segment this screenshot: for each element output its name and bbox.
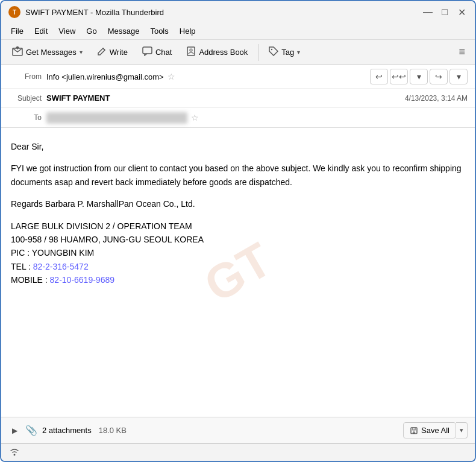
- chat-icon: [142, 46, 152, 59]
- menu-bar: File Edit View Go Message Tools Help: [1, 23, 475, 40]
- menu-go[interactable]: Go: [81, 24, 101, 38]
- get-messages-label: Get Messages: [26, 48, 77, 57]
- menu-edit[interactable]: Edit: [30, 24, 52, 38]
- attachment-bar: ▶ 📎 2 attachments 18.0 KB Save All ▾: [1, 417, 475, 443]
- svg-point-11: [14, 454, 16, 456]
- menu-file[interactable]: File: [6, 24, 28, 38]
- wifi-icon: [8, 446, 20, 458]
- save-all-dropdown-button[interactable]: ▾: [456, 422, 468, 438]
- menu-tools[interactable]: Tools: [145, 24, 173, 38]
- email-body-text: Dear Sir, FYI we got instruction from ou…: [11, 140, 465, 287]
- window-title: SWIFT PAYMENT - Mozilla Thunderbird: [25, 8, 164, 17]
- from-address: Info <julien.wirenius@gmail.com>: [46, 72, 164, 81]
- from-star-icon[interactable]: ☆: [168, 72, 175, 81]
- application-window: T SWIFT PAYMENT - Mozilla Thunderbird — …: [0, 0, 476, 462]
- hamburger-menu-button[interactable]: ≡: [454, 43, 470, 62]
- reply-button[interactable]: ↩: [370, 69, 388, 84]
- save-icon: [410, 426, 418, 435]
- subject-value: SWIFT PAYMENT: [46, 93, 405, 103]
- attachment-count: 2 attachments: [42, 426, 92, 435]
- menu-view[interactable]: View: [54, 24, 80, 38]
- regards-line1: Regards Barbara P. MarshallPan Ocean Co.…: [11, 197, 465, 210]
- close-button[interactable]: ✕: [456, 6, 468, 18]
- menu-help[interactable]: Help: [175, 24, 201, 38]
- svg-point-8: [271, 48, 272, 49]
- expand-actions-button[interactable]: ▾: [410, 69, 428, 84]
- greeting: Dear Sir,: [11, 140, 465, 153]
- maximize-button[interactable]: □: [439, 6, 451, 18]
- minimize-button[interactable]: —: [422, 6, 434, 18]
- to-label: To: [8, 113, 42, 122]
- regards-line3: 100-958 / 98 HUAMRO, JUNG-GU SEOUL KOREA: [11, 233, 465, 246]
- address-book-icon: [186, 46, 196, 59]
- tag-dropdown-icon: ▾: [297, 49, 300, 55]
- forward-button[interactable]: ↪: [430, 69, 448, 84]
- from-label: From: [8, 72, 42, 81]
- email-body: GT Dear Sir, FYI we got instruction from…: [1, 128, 475, 417]
- app-icon: T: [8, 6, 20, 18]
- svg-text:T: T: [13, 9, 16, 16]
- mobile-label: MOBILE :: [11, 275, 50, 285]
- chat-button[interactable]: Chat: [136, 43, 178, 62]
- svg-rect-5: [143, 47, 152, 54]
- attachment-expand-button[interactable]: ▶: [8, 425, 20, 437]
- window-controls: — □ ✕: [422, 6, 468, 18]
- body-paragraph: FYI we got instruction from our client t…: [11, 162, 465, 189]
- save-all-label: Save All: [421, 426, 449, 435]
- tag-icon: [269, 46, 278, 59]
- attachment-left: ▶ 📎 2 attachments 18.0 KB: [8, 425, 127, 437]
- attachment-size: 18.0 KB: [99, 426, 127, 435]
- tag-label: Tag: [281, 48, 294, 57]
- tel-line: TEL : 82-2-316-5472: [11, 260, 465, 273]
- chat-label: Chat: [155, 48, 172, 57]
- reply-all-button[interactable]: ↩↩: [390, 69, 408, 84]
- to-value: julien.wirenius@example.com ☆: [46, 112, 468, 124]
- from-row: From Info <julien.wirenius@gmail.com> ☆ …: [1, 65, 475, 89]
- regards-line4: PIC : YOUNGBIN KIM: [11, 246, 465, 259]
- svg-point-7: [190, 49, 192, 51]
- write-icon: [97, 46, 107, 59]
- from-value: Info <julien.wirenius@gmail.com> ☆: [46, 72, 370, 81]
- regards-line2: LARGE BULK DIVISION 2 / OPERATION TEAM: [11, 220, 465, 233]
- email-date: 4/13/2023, 3:14 AM: [405, 94, 468, 103]
- save-all-button[interactable]: Save All: [403, 422, 456, 438]
- title-bar: T SWIFT PAYMENT - Mozilla Thunderbird — …: [1, 1, 475, 23]
- title-bar-left: T SWIFT PAYMENT - Mozilla Thunderbird: [8, 6, 164, 18]
- tel-link[interactable]: 82-2-316-5472: [33, 262, 89, 271]
- email-actions: ↩ ↩↩ ▾ ↪ ▾: [370, 69, 468, 84]
- attachment-icon: 📎: [25, 425, 37, 436]
- get-messages-dropdown-icon: ▾: [80, 49, 83, 55]
- menu-message[interactable]: Message: [103, 24, 145, 38]
- mobile-link[interactable]: 82-10-6619-9689: [50, 275, 114, 285]
- address-book-label: Address Book: [199, 48, 248, 57]
- tel-label: TEL :: [11, 262, 33, 271]
- subject-label: Subject: [8, 94, 42, 103]
- write-button[interactable]: Write: [91, 43, 134, 62]
- address-book-button[interactable]: Address Book: [180, 43, 254, 62]
- to-row: To julien.wirenius@example.com ☆: [1, 108, 475, 127]
- toolbar-separator: [258, 44, 258, 61]
- get-messages-icon: [12, 46, 23, 59]
- more-actions-button[interactable]: ▾: [449, 69, 468, 84]
- svg-line-4: [103, 48, 105, 50]
- email-header: From Info <julien.wirenius@gmail.com> ☆ …: [1, 65, 475, 128]
- write-label: Write: [110, 48, 128, 57]
- tag-button[interactable]: Tag ▾: [263, 43, 306, 62]
- toolbar: Get Messages ▾ Write Chat: [1, 40, 475, 65]
- to-star-icon[interactable]: ☆: [191, 113, 199, 122]
- save-all-area: Save All ▾: [403, 422, 468, 438]
- to-address-blurred: julien.wirenius@example.com: [46, 112, 187, 124]
- subject-row: Subject SWIFT PAYMENT 4/13/2023, 3:14 AM: [1, 89, 475, 108]
- mobile-line: MOBILE : 82-10-6619-9689: [11, 273, 465, 286]
- status-bar: [1, 443, 475, 461]
- get-messages-button[interactable]: Get Messages ▾: [6, 43, 89, 62]
